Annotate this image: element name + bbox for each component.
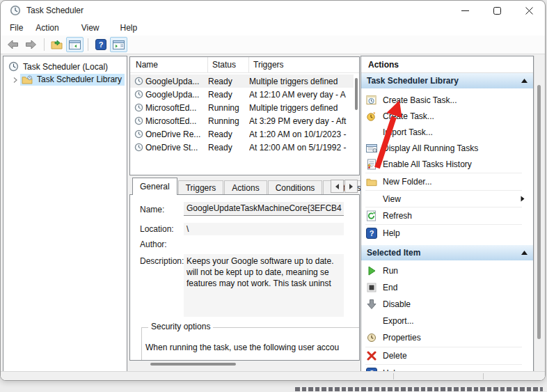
clock-icon <box>10 5 21 16</box>
task-description-field[interactable]: Keeps your Google software up to date. w… <box>184 254 344 317</box>
task-list-panel: Name Status Triggers GoogleUpda... Ready… <box>129 56 360 175</box>
collapse-arrow-icon[interactable] <box>521 79 528 83</box>
action-create-task[interactable]: Create Task... <box>361 108 532 124</box>
no-icon <box>366 194 377 205</box>
menu-help[interactable]: Help <box>114 21 144 35</box>
task-list-scrollbar[interactable] <box>355 75 358 159</box>
action-refresh[interactable]: Refresh <box>361 207 532 224</box>
help-icon: ? <box>366 228 377 239</box>
section-header-selected-item[interactable]: Selected Item <box>361 245 533 260</box>
svg-text:?: ? <box>98 40 103 49</box>
location-label: Location: <box>140 224 174 234</box>
back-button[interactable] <box>4 37 22 52</box>
disable-icon <box>366 299 377 310</box>
tree-item-task-scheduler-local[interactable]: Task Scheduler (Local) <box>3 60 127 73</box>
task-name: GoogleUpda... <box>145 77 208 86</box>
tab-conditions[interactable]: Conditions <box>268 180 323 195</box>
scrollbar-thumb[interactable] <box>150 363 236 366</box>
toggle-console-tree-button[interactable] <box>66 37 84 52</box>
toggle-action-pane-button[interactable] <box>110 37 127 52</box>
close-icon <box>525 7 533 15</box>
section-header-label: Selected Item <box>367 248 420 258</box>
table-row[interactable]: GoogleUpda... Ready At 12:10 AM every da… <box>130 88 354 101</box>
action-disable[interactable]: Disable <box>361 296 532 312</box>
action-enable-all-tasks-history[interactable]: Enable All Tasks History <box>361 156 532 172</box>
menu-action[interactable]: Action <box>29 21 65 35</box>
task-name: MicrosoftEd... <box>145 103 208 113</box>
tab-actions[interactable]: Actions <box>224 180 267 195</box>
import-task-button[interactable] <box>48 37 65 52</box>
table-row[interactable]: OneDrive Re... Ready At 1:20 AM on 10/1/… <box>130 127 354 141</box>
tab-triggers[interactable]: Triggers <box>178 180 224 195</box>
status-bar-divider <box>483 373 484 379</box>
clock-icon <box>134 116 143 125</box>
action-label: View <box>383 194 401 204</box>
task-status: Ready <box>208 90 249 100</box>
cropped-text-fragment <box>295 387 543 391</box>
tab-scroll-right-button[interactable] <box>344 180 358 193</box>
tab-scroll-left-button[interactable] <box>331 180 344 193</box>
delete-icon <box>366 350 377 361</box>
actions-pane-scrollbar[interactable] <box>534 56 544 375</box>
action-label: Delete <box>383 351 407 361</box>
help-icon: ? <box>95 39 106 50</box>
maximize-button[interactable] <box>481 1 513 20</box>
table-row[interactable]: GoogleUpda... Ready Multiple triggers de… <box>130 75 354 88</box>
clock-icon <box>134 103 143 112</box>
security-options-label: Security options <box>148 322 213 331</box>
table-row[interactable]: MicrosoftEd... Running At 3:29 PM every … <box>130 114 354 127</box>
triangle-right-icon <box>349 184 354 189</box>
toolbar: ? <box>1 36 545 54</box>
action-export[interactable]: Export... <box>361 313 532 329</box>
actions-pane: Actions Task Scheduler Library Create Ba… <box>360 56 534 375</box>
run-icon <box>366 265 377 276</box>
section-header-task-scheduler-library[interactable]: Task Scheduler Library <box>361 73 533 88</box>
window-title: Task Scheduler <box>26 6 84 15</box>
action-create-basic-task[interactable]: Create Basic Task... <box>361 92 532 108</box>
details-horizontal-scrollbar[interactable] <box>129 363 360 366</box>
tree-item-task-scheduler-library[interactable]: Task Scheduler Library <box>3 73 127 86</box>
minimize-button[interactable] <box>449 1 481 20</box>
task-location-field: \ <box>184 223 344 235</box>
action-end[interactable]: End <box>361 279 532 295</box>
menu-file[interactable]: File <box>3 21 29 35</box>
status-bar <box>1 371 545 380</box>
action-run[interactable]: Run <box>361 262 532 279</box>
folder-clock-icon <box>22 75 33 84</box>
scrollbar-thumb[interactable] <box>537 85 541 339</box>
section-header-label: Task Scheduler Library <box>367 76 459 86</box>
running-tasks-icon <box>366 143 377 154</box>
task-status: Running <box>208 116 249 126</box>
toolbar-separator <box>44 38 45 51</box>
action-delete[interactable]: Delete <box>361 347 532 363</box>
new-folder-icon <box>366 176 377 187</box>
collapse-arrow-icon[interactable] <box>521 251 528 255</box>
menu-view[interactable]: View <box>75 21 106 35</box>
action-new-folder[interactable]: New Folder... <box>361 173 532 189</box>
tab-general[interactable]: General <box>132 178 177 195</box>
console-tree-panel: Task Scheduler (Local) Task Scheduler Li… <box>3 56 127 374</box>
close-button[interactable] <box>513 1 545 20</box>
task-name-field[interactable]: GoogleUpdateTaskMachineCore{3EFCB4 <box>184 202 344 216</box>
action-label: New Folder... <box>383 177 432 187</box>
task-triggers: At 3:29 PM every day - Aft <box>249 116 354 126</box>
help-button[interactable]: ? <box>92 37 109 52</box>
action-label: Run <box>383 266 398 276</box>
forward-button[interactable] <box>22 37 40 52</box>
scrollbar-thumb[interactable] <box>355 78 358 110</box>
table-row[interactable]: MicrosoftEd... Running Multiple triggers… <box>130 101 354 114</box>
no-icon <box>366 127 377 138</box>
svg-text:?: ? <box>370 229 374 237</box>
action-help[interactable]: ? Help <box>361 225 532 241</box>
action-display-all-running-tasks[interactable]: Display All Running Tasks <box>361 140 532 156</box>
table-row[interactable]: OneDrive St... Ready At 12:00 AM on 5/1/… <box>130 141 354 154</box>
column-header-status[interactable]: Status <box>208 57 249 72</box>
action-label: End <box>383 283 397 292</box>
maximize-icon <box>493 7 501 15</box>
action-label: Import Task... <box>383 127 433 137</box>
column-header-triggers[interactable]: Triggers <box>249 57 359 72</box>
action-properties[interactable]: Properties <box>361 329 532 345</box>
action-import-task[interactable]: Import Task... <box>361 124 532 140</box>
action-view[interactable]: View <box>361 191 532 207</box>
column-header-name[interactable]: Name <box>136 57 208 72</box>
